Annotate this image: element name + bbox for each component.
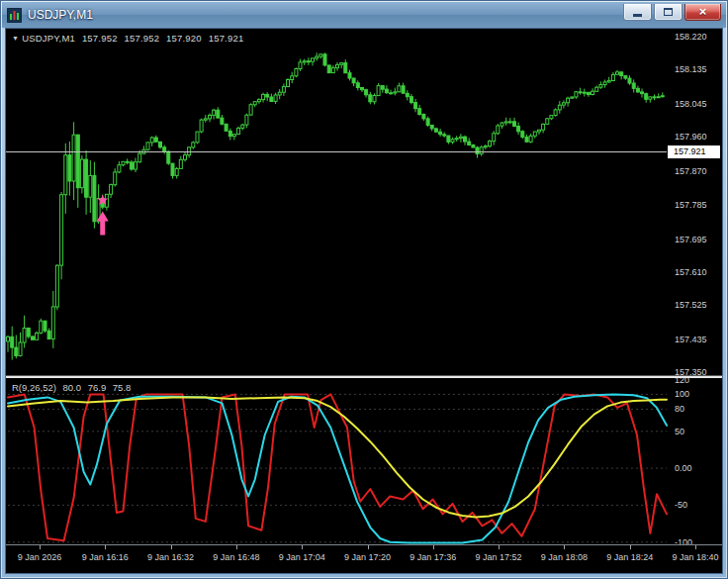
price-axis-label: 158.220: [675, 32, 707, 42]
time-axis-label: 9 Jan 18:40: [672, 552, 718, 562]
indicator-axis-label: 100: [675, 389, 689, 399]
price-axis-label: 158.045: [675, 99, 707, 109]
maximize-button[interactable]: [654, 4, 682, 21]
time-axis-tick: [499, 545, 500, 549]
time-axis-label: 9 Jan 16:16: [82, 552, 129, 562]
indicator-axis-label: 50: [675, 427, 684, 436]
indicator-axis-label: 80: [675, 404, 684, 414]
minimize-button[interactable]: [623, 4, 652, 21]
chart-icon[interactable]: [7, 8, 22, 23]
time-axis[interactable]: 9 Jan 20269 Jan 16:169 Jan 16:329 Jan 16…: [6, 544, 722, 573]
time-axis-label: 9 Jan 18:08: [541, 552, 588, 562]
time-axis-label: 9 Jan 17:04: [279, 552, 325, 562]
time-axis-label: 9 Jan 18:24: [606, 552, 653, 562]
header-high: 157.952: [124, 33, 159, 44]
indicator-value-2: 76.9: [88, 382, 107, 393]
header-low: 157.920: [166, 33, 202, 44]
indicator-axis-label: -50: [675, 500, 687, 510]
time-axis-label: 9 Jan 17:52: [476, 552, 522, 562]
time-axis-label: 9 Jan 2026: [18, 552, 62, 562]
indicator-line-fast: [8, 394, 667, 540]
price-axis-label: 157.960: [675, 132, 707, 142]
time-axis-label: 9 Jan 17:20: [344, 552, 391, 562]
time-axis-tick: [630, 545, 631, 549]
price-axis-label: 158.135: [675, 64, 707, 74]
mt4-chart-window: USDJPY,M1 × ▼USDJPY,M1 157.952 157.952 1…: [0, 0, 728, 579]
panel-separator[interactable]: [6, 375, 722, 378]
time-axis-label: 9 Jan 17:36: [410, 552, 456, 562]
indicator-label: R(9,26,52) 80.0 76.9 75.8: [12, 382, 135, 393]
time-axis-tick: [40, 545, 41, 549]
main-chart-canvas[interactable]: [6, 29, 669, 375]
indicator-axis-label: 0.00: [675, 463, 692, 473]
time-axis-tick: [695, 545, 696, 549]
indicator-axis[interactable]: 12010080500.00-50-100: [667, 378, 722, 548]
price-axis-label: 157.870: [675, 166, 707, 176]
close-icon: ×: [699, 4, 707, 19]
indicator-value-3: 75.8: [113, 382, 132, 393]
indicator-name: R(9,26,52): [12, 382, 56, 393]
header-symbol: USDJPY,M1: [22, 33, 75, 44]
time-axis-tick: [171, 545, 172, 549]
time-axis-tick: [236, 545, 237, 549]
chart-client-area: ▼USDJPY,M1 157.952 157.952 157.920 157.9…: [5, 28, 723, 574]
time-axis-tick: [564, 545, 565, 549]
close-button[interactable]: ×: [684, 4, 721, 21]
window-controls: ×: [623, 4, 721, 21]
price-axis-label: 157.785: [675, 200, 707, 210]
ohlc-header: ▼USDJPY,M1 157.952 157.952 157.920 157.9…: [12, 33, 247, 44]
time-axis-label: 9 Jan 16:32: [147, 552, 194, 562]
titlebar[interactable]: USDJPY,M1 ×: [2, 2, 726, 28]
maximize-icon: [664, 8, 673, 16]
price-axis[interactable]: 157.921 158.220158.135158.045157.960157.…: [667, 29, 722, 375]
current-price-badge: 157.921: [668, 145, 720, 158]
header-open: 157.952: [82, 33, 118, 44]
time-axis-tick: [302, 545, 303, 549]
window-title: USDJPY,M1: [28, 8, 93, 22]
time-axis-label: 9 Jan 16:48: [213, 552, 259, 562]
time-axis-tick: [105, 545, 106, 549]
price-axis-label: 157.695: [675, 235, 707, 244]
time-axis-tick: [433, 545, 434, 549]
price-axis-label: 157.610: [675, 267, 707, 277]
header-close: 157.921: [209, 33, 244, 44]
price-axis-label: 157.525: [675, 300, 707, 310]
indicator-canvas[interactable]: [6, 378, 669, 544]
price-axis-label: 157.435: [675, 335, 707, 344]
indicator-value-1: 80.0: [63, 382, 82, 393]
time-axis-tick: [368, 545, 369, 549]
symbol-dropdown-icon[interactable]: ▼: [12, 35, 19, 42]
minimize-icon: [633, 14, 642, 17]
